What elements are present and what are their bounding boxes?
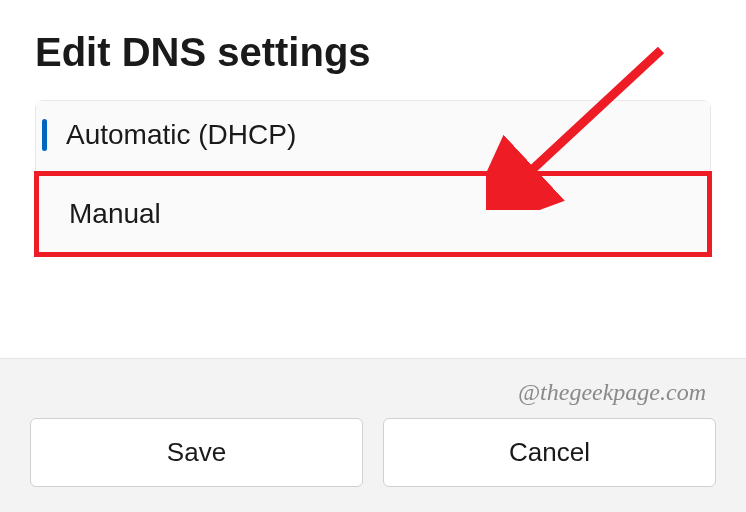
dns-mode-dropdown[interactable]: Automatic (DHCP) Manual bbox=[35, 100, 711, 256]
dialog-footer: @thegeekpage.com Save Cancel bbox=[0, 358, 746, 512]
save-button[interactable]: Save bbox=[30, 418, 363, 487]
option-automatic-dhcp[interactable]: Automatic (DHCP) bbox=[36, 101, 710, 169]
option-manual-label: Manual bbox=[69, 198, 161, 229]
option-manual[interactable]: Manual bbox=[36, 171, 710, 257]
dialog-title: Edit DNS settings bbox=[35, 30, 711, 75]
option-automatic-label: Automatic (DHCP) bbox=[66, 119, 296, 150]
annotation-highlight-box: Manual bbox=[34, 171, 712, 257]
cancel-button[interactable]: Cancel bbox=[383, 418, 716, 487]
button-row: Save Cancel bbox=[30, 418, 716, 487]
dns-settings-dialog: Edit DNS settings Automatic (DHCP) Manua… bbox=[0, 0, 746, 256]
watermark-text: @thegeekpage.com bbox=[30, 379, 706, 406]
